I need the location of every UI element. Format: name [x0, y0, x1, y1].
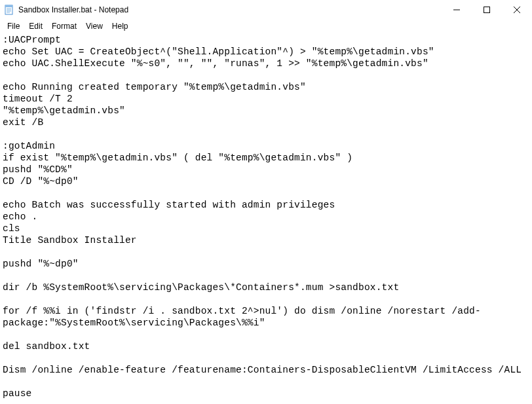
window-controls	[442, 0, 532, 20]
notepad-icon	[4, 5, 14, 15]
menubar: File Edit Format View Help	[0, 20, 532, 33]
text-editor-area[interactable]: :UACPrompt echo Set UAC = CreateObject^(…	[0, 33, 532, 404]
menu-format[interactable]: Format	[47, 21, 81, 31]
window-titlebar: Sandbox Installer.bat - Notepad	[0, 0, 532, 20]
menu-edit[interactable]: Edit	[24, 21, 47, 31]
close-button[interactable]	[502, 0, 532, 20]
minimize-icon	[453, 7, 460, 13]
close-icon	[514, 7, 520, 13]
menu-file[interactable]: File	[3, 21, 24, 31]
menu-help[interactable]: Help	[107, 21, 133, 31]
minimize-button[interactable]	[442, 0, 472, 20]
window-title: Sandbox Installer.bat - Notepad	[18, 5, 442, 14]
svg-rect-1	[5, 5, 12, 7]
menu-view[interactable]: View	[81, 21, 107, 31]
svg-rect-7	[484, 7, 490, 13]
maximize-icon	[484, 7, 490, 13]
maximize-button[interactable]	[472, 0, 502, 20]
